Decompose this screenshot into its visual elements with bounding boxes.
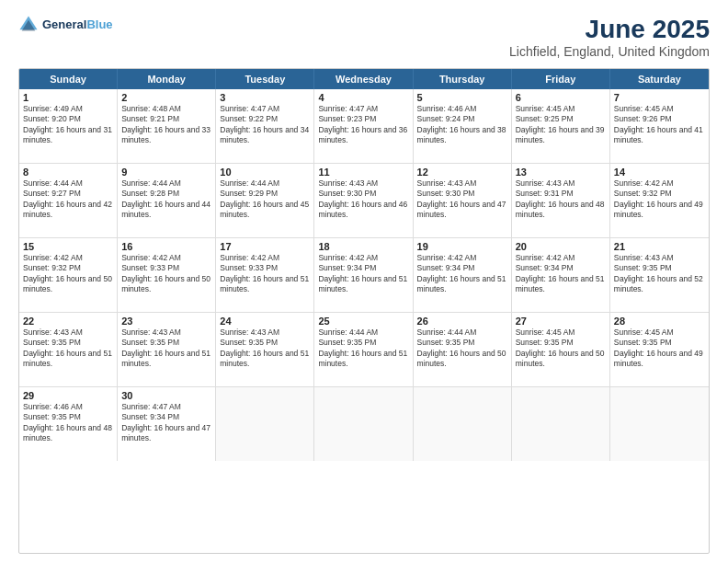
day-info: Sunrise: 4:47 AM Sunset: 9:34 PM Dayligh… — [121, 402, 211, 444]
day-number: 9 — [121, 167, 211, 178]
day-number: 6 — [516, 92, 606, 103]
header-thursday: Thursday — [414, 69, 512, 89]
day-info: Sunrise: 4:45 AM Sunset: 9:26 PM Dayligh… — [614, 104, 705, 146]
day-number: 23 — [121, 316, 211, 327]
main-title: June 2025 — [509, 15, 710, 44]
day-number: 1 — [23, 92, 113, 103]
day-cell-4-0: 29Sunrise: 4:46 AM Sunset: 9:35 PM Dayli… — [19, 387, 118, 461]
week-row-2: 15Sunrise: 4:42 AM Sunset: 9:32 PM Dayli… — [19, 238, 709, 313]
day-number: 21 — [614, 241, 705, 252]
logo-icon — [18, 15, 39, 35]
day-cell-2-5: 20Sunrise: 4:42 AM Sunset: 9:34 PM Dayli… — [512, 238, 610, 312]
day-cell-4-4 — [414, 387, 512, 461]
calendar: Sunday Monday Tuesday Wednesday Thursday… — [18, 68, 710, 554]
day-cell-3-4: 26Sunrise: 4:44 AM Sunset: 9:35 PM Dayli… — [414, 313, 512, 386]
header-friday: Friday — [512, 69, 610, 89]
day-number: 2 — [121, 92, 211, 103]
subtitle: Lichfield, England, United Kingdom — [509, 44, 710, 59]
day-number: 15 — [23, 241, 113, 252]
day-cell-0-2: 3Sunrise: 4:47 AM Sunset: 9:22 PM Daylig… — [216, 89, 314, 163]
day-cell-0-3: 4Sunrise: 4:47 AM Sunset: 9:23 PM Daylig… — [314, 89, 413, 163]
day-cell-4-1: 30Sunrise: 4:47 AM Sunset: 9:34 PM Dayli… — [118, 387, 216, 461]
day-cell-1-0: 8Sunrise: 4:44 AM Sunset: 9:27 PM Daylig… — [19, 164, 118, 237]
week-row-1: 8Sunrise: 4:44 AM Sunset: 9:27 PM Daylig… — [19, 164, 709, 238]
header: GeneralBlue June 2025 Lichfield, England… — [18, 15, 710, 59]
day-cell-3-2: 24Sunrise: 4:43 AM Sunset: 9:35 PM Dayli… — [216, 313, 314, 386]
day-number: 7 — [614, 92, 705, 103]
day-cell-1-6: 14Sunrise: 4:42 AM Sunset: 9:32 PM Dayli… — [610, 164, 709, 237]
day-cell-1-3: 11Sunrise: 4:43 AM Sunset: 9:30 PM Dayli… — [314, 164, 413, 237]
day-info: Sunrise: 4:42 AM Sunset: 9:32 PM Dayligh… — [23, 253, 113, 295]
day-info: Sunrise: 4:43 AM Sunset: 9:35 PM Dayligh… — [23, 327, 113, 370]
day-cell-2-2: 17Sunrise: 4:42 AM Sunset: 9:33 PM Dayli… — [216, 238, 314, 312]
day-number: 5 — [417, 92, 507, 103]
day-cell-2-4: 19Sunrise: 4:42 AM Sunset: 9:34 PM Dayli… — [414, 238, 512, 312]
day-info: Sunrise: 4:42 AM Sunset: 9:34 PM Dayligh… — [318, 253, 408, 295]
day-info: Sunrise: 4:42 AM Sunset: 9:33 PM Dayligh… — [220, 253, 310, 295]
day-cell-3-0: 22Sunrise: 4:43 AM Sunset: 9:35 PM Dayli… — [19, 313, 118, 386]
day-cell-2-0: 15Sunrise: 4:42 AM Sunset: 9:32 PM Dayli… — [19, 238, 118, 312]
day-info: Sunrise: 4:45 AM Sunset: 9:25 PM Dayligh… — [516, 104, 606, 146]
day-number: 24 — [220, 316, 310, 327]
header-tuesday: Tuesday — [216, 69, 314, 89]
day-number: 29 — [23, 390, 113, 401]
day-cell-1-4: 12Sunrise: 4:43 AM Sunset: 9:30 PM Dayli… — [414, 164, 512, 237]
day-cell-1-5: 13Sunrise: 4:43 AM Sunset: 9:31 PM Dayli… — [512, 164, 610, 237]
day-info: Sunrise: 4:42 AM Sunset: 9:32 PM Dayligh… — [614, 178, 705, 221]
day-info: Sunrise: 4:42 AM Sunset: 9:34 PM Dayligh… — [417, 253, 507, 295]
week-row-3: 22Sunrise: 4:43 AM Sunset: 9:35 PM Dayli… — [19, 313, 709, 387]
day-cell-0-1: 2Sunrise: 4:48 AM Sunset: 9:21 PM Daylig… — [118, 89, 216, 163]
day-number: 14 — [614, 167, 705, 178]
calendar-body: 1Sunrise: 4:49 AM Sunset: 9:20 PM Daylig… — [19, 89, 709, 461]
day-cell-0-0: 1Sunrise: 4:49 AM Sunset: 9:20 PM Daylig… — [19, 89, 118, 163]
day-number: 18 — [318, 241, 408, 252]
day-cell-2-1: 16Sunrise: 4:42 AM Sunset: 9:33 PM Dayli… — [118, 238, 216, 312]
day-number: 27 — [516, 316, 606, 327]
day-info: Sunrise: 4:44 AM Sunset: 9:35 PM Dayligh… — [417, 327, 507, 370]
day-info: Sunrise: 4:44 AM Sunset: 9:29 PM Dayligh… — [220, 178, 310, 221]
day-number: 26 — [417, 316, 507, 327]
day-cell-4-3 — [314, 387, 413, 461]
day-number: 28 — [614, 316, 705, 327]
day-cell-4-5 — [512, 387, 610, 461]
day-cell-2-3: 18Sunrise: 4:42 AM Sunset: 9:34 PM Dayli… — [314, 238, 413, 312]
header-monday: Monday — [118, 69, 216, 89]
week-row-4: 29Sunrise: 4:46 AM Sunset: 9:35 PM Dayli… — [19, 387, 709, 461]
page: GeneralBlue June 2025 Lichfield, England… — [0, 0, 728, 563]
day-cell-3-5: 27Sunrise: 4:45 AM Sunset: 9:35 PM Dayli… — [512, 313, 610, 386]
day-number: 25 — [318, 316, 408, 327]
day-cell-3-3: 25Sunrise: 4:44 AM Sunset: 9:35 PM Dayli… — [314, 313, 413, 386]
week-row-0: 1Sunrise: 4:49 AM Sunset: 9:20 PM Daylig… — [19, 89, 709, 164]
day-number: 11 — [318, 167, 408, 178]
day-number: 10 — [220, 167, 310, 178]
day-cell-0-5: 6Sunrise: 4:45 AM Sunset: 9:25 PM Daylig… — [512, 89, 610, 163]
day-info: Sunrise: 4:43 AM Sunset: 9:31 PM Dayligh… — [516, 178, 606, 221]
day-number: 12 — [417, 167, 507, 178]
day-info: Sunrise: 4:45 AM Sunset: 9:35 PM Dayligh… — [614, 327, 705, 370]
day-info: Sunrise: 4:49 AM Sunset: 9:20 PM Dayligh… — [23, 104, 113, 146]
day-info: Sunrise: 4:48 AM Sunset: 9:21 PM Dayligh… — [121, 104, 211, 146]
day-info: Sunrise: 4:46 AM Sunset: 9:35 PM Dayligh… — [23, 402, 113, 444]
header-wednesday: Wednesday — [314, 69, 413, 89]
day-number: 30 — [121, 390, 211, 401]
day-cell-4-2 — [216, 387, 314, 461]
day-cell-3-1: 23Sunrise: 4:43 AM Sunset: 9:35 PM Dayli… — [118, 313, 216, 386]
day-cell-0-6: 7Sunrise: 4:45 AM Sunset: 9:26 PM Daylig… — [610, 89, 709, 163]
day-info: Sunrise: 4:47 AM Sunset: 9:22 PM Dayligh… — [220, 104, 310, 146]
day-cell-1-1: 9Sunrise: 4:44 AM Sunset: 9:28 PM Daylig… — [118, 164, 216, 237]
day-number: 8 — [23, 167, 113, 178]
logo: GeneralBlue — [18, 15, 113, 35]
day-cell-0-4: 5Sunrise: 4:46 AM Sunset: 9:24 PM Daylig… — [414, 89, 512, 163]
day-number: 16 — [121, 241, 211, 252]
day-number: 20 — [516, 241, 606, 252]
day-info: Sunrise: 4:43 AM Sunset: 9:35 PM Dayligh… — [220, 327, 310, 370]
day-info: Sunrise: 4:43 AM Sunset: 9:30 PM Dayligh… — [417, 178, 507, 221]
day-info: Sunrise: 4:44 AM Sunset: 9:28 PM Dayligh… — [121, 178, 211, 221]
title-block: June 2025 Lichfield, England, United Kin… — [509, 15, 710, 59]
day-cell-2-6: 21Sunrise: 4:43 AM Sunset: 9:35 PM Dayli… — [610, 238, 709, 312]
day-cell-4-6 — [610, 387, 709, 461]
day-number: 17 — [220, 241, 310, 252]
header-saturday: Saturday — [610, 69, 709, 89]
logo-text: GeneralBlue — [42, 17, 113, 32]
header-sunday: Sunday — [19, 69, 118, 89]
